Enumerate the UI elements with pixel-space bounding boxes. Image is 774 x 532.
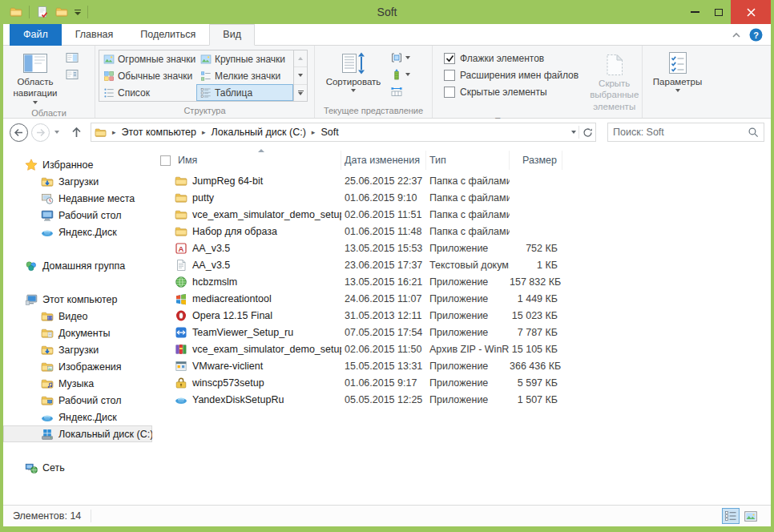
checkbox-icon[interactable] (444, 87, 455, 98)
file-row[interactable]: mediacreationtool24.06.2015 11:07Приложе… (152, 290, 771, 307)
sidebar-item[interactable]: Изображения (3, 358, 152, 375)
ribbon: Область навигации Области Огромные значк… (3, 46, 771, 119)
file-row[interactable]: TeamViewer_Setup_ru07.05.2015 17:54Прило… (152, 324, 771, 341)
view-option-medium-icons[interactable]: Обычные значки (99, 67, 196, 84)
file-row[interactable]: Набор для образа01.06.2015 11:48Папка с … (152, 223, 771, 240)
gallery-scroll-down-icon[interactable] (294, 67, 307, 84)
maximize-button[interactable] (707, 0, 731, 24)
checkbox-icon[interactable] (444, 53, 455, 64)
file-name: putty (192, 192, 214, 204)
file-size: 15 023 КБ (510, 310, 562, 321)
file-type: Папка с файлами (426, 209, 510, 220)
file-row[interactable]: vce_exam_simulator_demo_setup02.06.2015 … (152, 206, 771, 223)
gallery-scroll-up-icon[interactable] (294, 50, 307, 67)
file-row[interactable]: winscp573setup01.06.2015 9:17Приложение5… (152, 374, 771, 391)
details-view-icon (200, 87, 212, 99)
sidebar-item[interactable]: Музыка (3, 375, 152, 392)
preview-pane-button[interactable] (64, 50, 80, 65)
file-size: 1 449 КБ (510, 293, 562, 304)
sidebar-item[interactable]: Рабочий стол (3, 392, 152, 409)
search-box[interactable] (607, 123, 764, 142)
column-header-size[interactable]: Размер (510, 151, 562, 170)
sidebar-item[interactable]: Видео (3, 308, 152, 324)
file-row[interactable]: YandexDiskSetupRu05.05.2015 12:25Приложе… (152, 391, 771, 408)
checkbox-icon[interactable] (444, 70, 455, 81)
qat-dropdown-icon[interactable] (73, 4, 83, 20)
close-button[interactable] (731, 0, 771, 24)
file-row[interactable]: AA_v3.523.06.2015 17:37Текстовый докум..… (152, 256, 771, 273)
column-header-date[interactable]: Дата изменения (341, 151, 426, 170)
sidebar-section-2[interactable]: Этот компьютер (3, 291, 152, 308)
back-button[interactable] (10, 123, 28, 142)
select-all-checkbox[interactable] (152, 151, 175, 170)
breadcrumb-separator-icon[interactable]: ▸ (306, 128, 321, 136)
sidebar-section-1[interactable]: Домашняя группа (3, 257, 152, 274)
breadcrumb[interactable]: ▸Этот компьютер▸Локальный диск (C:)▸Soft (91, 123, 596, 142)
details-view-toggle[interactable] (722, 508, 740, 524)
sort-button[interactable]: Сортировать (318, 48, 389, 95)
view-option-small-icons[interactable]: Мелкие значки (196, 67, 293, 84)
sidebar-item[interactable]: Локальный диск (C:) (3, 425, 152, 442)
view-option-xlarge-icons[interactable]: Огромные значки (99, 50, 196, 67)
search-icon[interactable] (748, 127, 759, 138)
gallery-more-icon[interactable] (294, 85, 307, 101)
column-header-type[interactable]: Тип (426, 151, 510, 170)
file-row[interactable]: VMware-viclient15.05.2015 13:31Приложени… (152, 357, 771, 374)
minimize-button[interactable] (683, 0, 707, 24)
view-option-details-view[interactable]: Таблица (196, 84, 293, 101)
up-button[interactable] (71, 126, 83, 139)
recent-locations-icon[interactable] (54, 131, 59, 134)
details-pane-button[interactable] (64, 67, 80, 82)
file-row[interactable]: hcbzmslm13.05.2015 16:21Приложение157 83… (152, 273, 771, 290)
checkbox-hidden-items[interactable]: Скрытые элементы (444, 87, 578, 98)
view-option-list-view[interactable]: Список (99, 84, 196, 101)
sidebar-item[interactable]: Недавние места (3, 190, 152, 207)
breadcrumb-segment[interactable]: Локальный диск (C:) (212, 127, 306, 138)
hide-selected-button[interactable]: Скрыть выбранные элементы (585, 48, 643, 115)
address-dropdown-icon[interactable] (571, 131, 576, 134)
sidebar-section-3[interactable]: Сеть (3, 459, 152, 476)
help-icon[interactable]: ? (749, 28, 763, 42)
file-row[interactable]: AAA_v3.513.05.2015 15:53Приложение752 КБ (152, 240, 771, 256)
new-folder-icon[interactable] (54, 4, 70, 20)
explorer-folder-icon[interactable] (8, 4, 24, 20)
checkbox-item-checkboxes[interactable]: Флажки элементов (444, 53, 578, 64)
navigation-pane-button[interactable]: Область навигации (6, 48, 64, 107)
sidebar-item[interactable]: Яндекс.Диск (3, 224, 152, 240)
file-name: YandexDiskSetupRu (192, 394, 284, 405)
breadcrumb-segment[interactable]: Этот компьютер (122, 127, 196, 138)
tab-вид[interactable]: Вид (209, 24, 255, 46)
sidebar-section-0[interactable]: Избранное (3, 156, 152, 173)
checkbox-file-extensions[interactable]: Расширения имен файлов (444, 70, 578, 81)
tab-file[interactable]: Файл (10, 24, 62, 46)
view-option-large-icons[interactable]: Крупные значки (196, 50, 293, 67)
sidebar-item[interactable]: Загрузки (3, 173, 152, 190)
search-input[interactable] (613, 127, 748, 138)
breadcrumb-separator-icon[interactable]: ▸ (196, 128, 212, 136)
collapse-ribbon-icon[interactable] (732, 32, 741, 38)
sidebar-item[interactable]: Яндекс.Диск (3, 409, 152, 425)
options-button[interactable]: Параметры (648, 48, 707, 95)
group-by-button[interactable] (389, 50, 412, 65)
file-name: Opera 12.15 Final (192, 310, 272, 321)
forward-button[interactable] (31, 123, 50, 142)
breadcrumb-separator-icon[interactable]: ▸ (107, 128, 122, 136)
properties-icon[interactable] (34, 4, 50, 20)
column-header-name[interactable]: Имя (175, 151, 341, 170)
homegroup-icon (25, 260, 38, 272)
sidebar-item[interactable]: Документы (3, 324, 152, 341)
file-row[interactable]: JumpReg 64-bit25.06.2015 22:37Папка с фа… (152, 172, 771, 189)
file-row[interactable]: putty01.06.2015 9:10Папка с файлами (152, 189, 771, 206)
tab-поделиться[interactable]: Поделиться (127, 24, 209, 46)
sidebar-item[interactable]: Рабочий стол (3, 207, 152, 224)
size-columns-button[interactable] (389, 84, 412, 99)
file-row[interactable]: Opera 12.15 Final31.05.2013 12:11Приложе… (152, 307, 771, 324)
large-icons-view-toggle[interactable] (742, 508, 760, 524)
sidebar-item[interactable]: Загрузки (3, 341, 152, 358)
breadcrumb-segment[interactable]: Soft (320, 127, 338, 138)
add-columns-button[interactable] (389, 67, 412, 82)
refresh-icon[interactable] (582, 127, 594, 139)
view-option-label: Список (118, 87, 150, 99)
file-row[interactable]: vce_exam_simulator_demo_setup02.06.2015 … (152, 341, 771, 357)
tab-главная[interactable]: Главная (62, 24, 127, 46)
